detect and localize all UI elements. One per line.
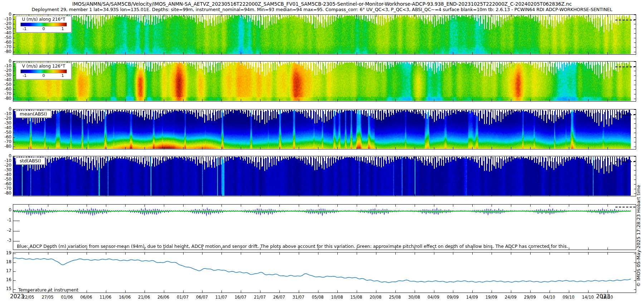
u-colorbar [20,23,67,26]
y-tick-label: -50 [1,177,11,182]
x-tick-label: 19/09 [486,295,497,300]
y-tick-label: 16 [1,277,11,282]
v-legend-title: V (m/s) along 126°T [19,64,68,69]
y-tick-label: -20 [1,68,11,73]
panel-adcp-depth-variation: Blue: ADCP Depth (m) variation from sens… [13,204,636,250]
v-heatmap-canvas [13,62,636,101]
y-tick-label: 18 [1,259,11,264]
y-tick-label: -10 [1,158,11,163]
x-tick-label: 14/10 [582,295,594,300]
colorbar-tick-label: 0 [43,26,45,31]
x-tick-label: 26/07 [273,295,285,300]
y-tick-label: -80 [1,144,11,149]
x-tick-label: 31/07 [293,295,304,300]
y-tick-label: -50 [1,130,11,135]
x-tick-label: 30/08 [408,295,420,300]
depth-annotation: Blue: ADCP Depth (m) variation from sens… [17,244,568,249]
x-tick-label: 01/06 [61,295,73,300]
x-tick-label: 21/07 [254,295,266,300]
mean-absi-label: mean(ABSI) [16,111,51,118]
panel-u-velocity-heatmap: U (m/s) along 216°T -101 [13,14,636,55]
u-heatmap-canvas [13,15,636,54]
v-colorbar-ticks: -101 [21,74,67,78]
y-tick-label: -20 [1,163,11,168]
x-tick-label: 19/10 [601,295,613,300]
y-tick-label: -70 [1,139,11,144]
x-tick-label: 16/07 [235,295,247,300]
y-tick-label: 17 [1,268,11,273]
y-tick-label: -50 [1,35,11,40]
u-colorbar-legend: U (m/s) along 216°T -101 [16,16,72,33]
surface-marker-dash [615,207,635,207]
y-tick-label: -60 [1,40,11,45]
y-tick-label: -80 [1,49,11,54]
imos-watermark: © IMOS 05-May-2025 17:28:23 Hobart time [636,185,641,287]
y-tick-label: 0 [1,59,11,64]
y-tick-label: -30 [1,73,11,78]
mean-absi-heatmap-canvas [13,109,636,149]
x-tick-label: 11/06 [99,295,111,300]
x-tick-label: 20/08 [370,295,381,300]
y-tick-label: 15 [1,286,11,291]
x-tick-label: 27/05 [42,295,53,300]
y-tick-label: -30 [1,121,11,126]
std-absi-label: std(ABSI) [16,157,45,165]
y-tick-label: -20 [1,116,11,121]
panel-temperature: Temperature at instrument [13,252,636,293]
x-tick-label: 01/07 [177,295,189,300]
y-tick-label: -10 [1,111,11,116]
y-tick-label: -40 [1,172,11,177]
panel-std-absi-heatmap: std(ABSI) [13,156,636,196]
x-tick-label: 15/08 [350,295,362,300]
u-legend-title: U (m/s) along 216°T [19,17,68,22]
y-tick-label: -60 [1,134,11,139]
y-tick-label: -70 [1,186,11,191]
x-tick-label: 05/08 [312,295,323,300]
x-tick-label: 29/09 [524,295,536,300]
surface-blank-marker-dash [615,161,635,162]
y-tick-label: -1 [1,217,11,222]
y-tick-label: -30 [1,167,11,172]
y-tick-label: -20 [1,21,11,26]
y-tick-label: 19 [1,250,11,255]
colorbar-tick-label: 1 [62,26,64,31]
x-axis-year-start: 2023 [10,293,24,300]
y-tick-label: 0 [1,153,11,158]
std-absi-heatmap-canvas [13,156,636,196]
y-tick-label: -3 [1,238,11,243]
x-tick-label: 09/10 [562,295,574,300]
x-tick-label: 09/09 [447,295,459,300]
x-tick-label: 11/07 [215,295,227,300]
x-tick-label: 14/09 [466,295,478,300]
v-colorbar [20,69,67,73]
title-line-1: IMOS/ANMN/SA/SAM5CB/Velocity/IMOS_ANMN-S… [0,1,644,7]
depth-variation-canvas [13,205,636,250]
y-tick-label: -40 [1,77,11,82]
v-colorbar-legend: V (m/s) along 126°T -101 [16,63,72,79]
colorbar-tick-label: -1 [23,26,26,31]
colorbar-tick-label: 1 [62,73,64,78]
title-line-2: Deployment 29, member 1 lat=34.93S lon=1… [0,7,644,12]
panel-v-velocity-heatmap: V (m/s) along 126°T -101 [13,61,636,102]
y-tick-label: -10 [1,63,11,68]
x-tick-label: 25/08 [389,295,401,300]
x-tick-label: 06/07 [196,295,208,300]
y-tick-label: -50 [1,82,11,87]
colorbar-tick-label: 0 [43,73,45,78]
colorbar-tick-label: -1 [23,73,26,78]
x-tick-label: 06/06 [80,295,92,300]
x-tick-label: 10/08 [331,295,343,300]
x-tick-label: 26/06 [157,295,169,300]
y-tick-label: -60 [1,181,11,186]
y-tick-label: -30 [1,26,11,31]
surface-blank-marker-dash [615,114,635,115]
x-tick-label: 21/06 [138,295,150,300]
y-tick-label: -80 [1,96,11,101]
y-tick-label: -70 [1,44,11,49]
panel-mean-absi-heatmap: mean(ABSI) [13,109,636,149]
u-colorbar-ticks: -101 [21,27,67,31]
surface-blank-marker-dash [615,20,635,20]
x-tick-label: 22/05 [23,295,34,300]
y-tick-label: 0 [1,207,11,212]
surface-blank-marker-dash [615,67,635,67]
